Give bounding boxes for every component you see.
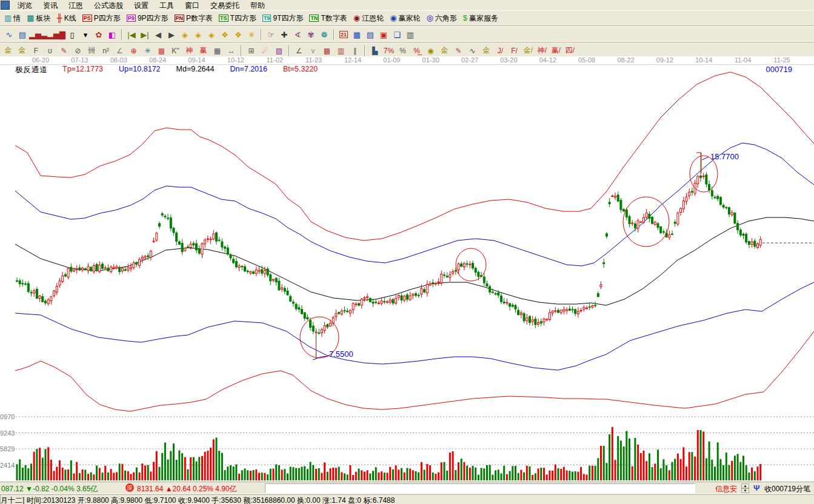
gold-circle-icon[interactable]: ◉ [424,45,438,57]
price-chart-canvas[interactable]: 097092435829241415.77007.5500 [0,65,814,482]
grid-a-icon[interactable]: ▩ [320,45,334,57]
print-icon[interactable]: ▥ [404,28,417,41]
pen2-icon[interactable]: ✎ [452,45,465,57]
palette-icon[interactable]: ◧ [105,28,119,41]
knot-tool-icon[interactable]: ✾ [304,28,318,41]
app-icon[interactable] [1,1,10,10]
shen-angle-icon[interactable]: 神/ [535,45,549,57]
f-line-icon[interactable]: F/ [507,45,521,57]
volume-chart3-icon[interactable]: ▂▅▃ [29,28,47,41]
first-page-icon[interactable]: |◀ [125,28,138,41]
menu-item-0[interactable]: 浏览 [12,1,38,10]
favorite-icon[interactable]: ✿ [92,28,105,41]
gold-lines-icon[interactable]: 金 [438,45,452,57]
gann-target-icon[interactable]: ⊕ [127,45,141,57]
calendar-icon[interactable]: 21 [337,28,350,41]
spin-up-icon[interactable]: ▲ [741,483,749,488]
report-icon[interactable]: ▤ [16,28,29,41]
percent-icon[interactable]: % [396,45,410,57]
menu-item-1[interactable]: 资讯 [38,1,63,10]
shen-tool-icon[interactable]: 神 [182,45,196,57]
n-square-icon[interactable]: n² [99,45,113,57]
gann-web-icon[interactable]: ✳ [141,45,155,57]
grid123-icon[interactable]: ▦ [210,45,224,57]
j-line-icon[interactable]: J/ [493,45,507,57]
notebook-icon[interactable]: ▤ [364,28,377,41]
win-tool-icon[interactable]: 赢 [196,45,210,57]
menu-item-4[interactable]: 设置 [128,1,154,10]
gann-diamond-6-icon[interactable]: ✳ [245,28,258,41]
sector-board-button[interactable]: ▦板块 [24,12,53,25]
gann-diamond-5-icon[interactable]: ❖ [232,28,245,41]
kline-button[interactable]: ╫K线 [54,12,79,25]
main-toolbar: ∿▤▂▅▃▂▅▇▯▾✿◧|◀▶|◀▶◈◈◈❖❖✳☞✚∢✾❁21▦▤▣❏▥ [0,26,814,43]
gold-lines2-icon[interactable]: 金 [479,45,493,57]
p-number-table-button[interactable]: PNP数字表 [172,12,216,25]
crosshair-tool-icon[interactable]: ✚ [278,28,291,41]
t-number-table-button-icon: TN [309,15,319,22]
gann-diamond-3-icon[interactable]: ◈ [205,28,218,41]
volume-chart9-icon[interactable]: ▂▅▇ [47,28,65,41]
gann-diamond-left-icon[interactable]: ◈ [178,28,192,41]
percent7-icon[interactable]: 7% [382,45,396,57]
k-quote-icon[interactable]: K" [168,45,182,57]
pen-icon[interactable]: ✎ [57,45,71,57]
export-icon[interactable]: ❏ [390,28,404,41]
clipped-quote-button[interactable]: ▥情 [1,12,24,25]
circle-ruler-icon[interactable]: ⊘ [71,45,85,57]
percent-line-icon[interactable]: %̲ [410,45,424,57]
winner-service-button[interactable]: $赢家服务 [460,12,501,25]
gold-angle-icon[interactable]: 金/ [521,45,535,57]
date-tick-label: 08-22 [617,56,634,64]
box-purple-icon[interactable]: ▨ [272,45,286,57]
last-page-icon[interactable]: ▶| [138,28,152,41]
fan-red-icon[interactable]: ☄ [258,45,272,57]
web-tool-icon[interactable]: ❁ [318,28,331,41]
hand-tool-icon[interactable]: ☞ [264,28,278,41]
menu-item-3[interactable]: 公式选股 [88,1,128,10]
kline-style-dropdown[interactable]: ▾ [79,28,92,41]
t-square-button[interactable]: TST四方形 [216,12,259,25]
wave-tool-icon[interactable]: ∿ [465,45,479,57]
gold-ratio2-icon[interactable]: 金 [15,45,29,57]
gann-grid-icon[interactable]: ▩ [155,45,168,57]
prev-page-icon[interactable]: ◀ [152,28,165,41]
calculator-icon[interactable]: ▦ [350,28,364,41]
fib-f-icon[interactable]: F [29,45,43,57]
gann-diamond-4-icon[interactable]: ❖ [218,28,232,41]
t-number-table-button[interactable]: TNT数字表 [306,12,350,25]
v-shape-icon[interactable]: ∨ [306,45,320,57]
gold-ratio1-icon[interactable]: 金 [1,45,15,57]
kline-style-icon[interactable]: ▯ [65,28,79,41]
column-chart-icon[interactable]: ▙ [368,45,382,57]
p9-square-button[interactable]: P99P四方形 [124,12,172,25]
spin-control[interactable]: ▲ ▼ [741,483,749,492]
menu-item-5[interactable]: 工具 [154,1,179,10]
spin-down-icon[interactable]: ▼ [741,488,749,493]
p-square-button[interactable]: PSP四方形 [79,12,124,25]
spiral-icon[interactable]: ʊ [43,45,57,57]
gann-wheel-button[interactable]: ◉江恩轮 [350,12,387,25]
menu-item-6[interactable]: 窗口 [179,1,205,10]
grid-b-icon[interactable]: ▥ [334,45,348,57]
browse-icon[interactable]: ∿ [2,28,16,41]
trend-lines-icon[interactable]: ∠ [292,45,306,57]
angle-measure-icon[interactable]: ∢ [291,28,304,41]
gann-diamond-right-icon[interactable]: ◈ [192,28,205,41]
menu-item-7[interactable]: 交易委托 [205,1,245,10]
save-icon[interactable]: ▣ [377,28,390,41]
time-ruler-icon[interactable]: 卌 [85,45,99,57]
si-angle-icon[interactable]: 四/ [563,45,577,57]
hexagon-button[interactable]: ◎六角形 [424,12,460,25]
next-page-icon[interactable]: ▶ [165,28,178,41]
parallel-icon[interactable]: ∥ [348,45,362,57]
angle-mirror-icon[interactable]: ∠ [113,45,127,57]
t9-square-button[interactable]: T99T四方形 [259,12,307,25]
winner-wheel-button[interactable]: ◉赢家轮 [387,12,423,25]
span-tool-icon[interactable]: ↔ [224,45,238,57]
menu-item-8[interactable]: 帮助 [245,1,270,10]
win-angle-icon[interactable]: 赢/ [549,45,563,57]
app-window: 浏览资讯江恩公式选股设置工具窗口交易委托帮助 ▥情▦板块╫K线PSP四方形P99… [0,0,814,58]
frame-tool-icon[interactable]: ⊞ [244,45,258,57]
menu-item-2[interactable]: 江恩 [63,1,88,10]
